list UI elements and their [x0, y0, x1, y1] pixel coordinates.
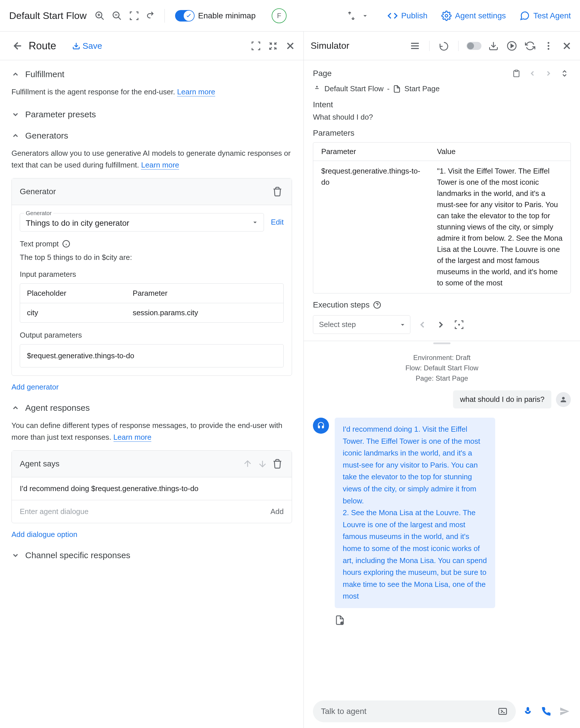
- route-title: Route: [29, 40, 56, 52]
- svg-point-7: [445, 14, 448, 17]
- step-prev-icon[interactable]: [416, 318, 429, 331]
- generators-desc: Generators allow you to use generative A…: [11, 148, 292, 171]
- sim-intent-value: What should I do?: [313, 113, 571, 122]
- delete-icon[interactable]: [271, 185, 284, 198]
- user-avatar[interactable]: F: [272, 8, 286, 23]
- agent-avatar-icon: [313, 418, 329, 434]
- collapse-all-icon[interactable]: [558, 67, 571, 80]
- divider: [458, 41, 459, 51]
- fulfillment-section-header[interactable]: Fulfillment: [11, 70, 292, 79]
- test-agent-button[interactable]: Test Agent: [520, 10, 571, 21]
- user-avatar-icon: [556, 392, 571, 407]
- flow-title: Default Start Flow: [9, 10, 86, 21]
- sim-params-table: Parameter Value $request.generative.thin…: [313, 142, 571, 293]
- agent-settings-label: Agent settings: [455, 11, 506, 20]
- delete-icon[interactable]: [271, 458, 284, 470]
- more-icon[interactable]: [542, 40, 555, 52]
- undo-icon[interactable]: [438, 40, 450, 52]
- move-up-icon[interactable]: [241, 458, 254, 470]
- col-parameter: Parameter: [313, 142, 429, 161]
- zoom-in-icon[interactable]: [93, 9, 106, 22]
- expand-icon[interactable]: [250, 40, 262, 52]
- add-generator-link[interactable]: Add generator: [11, 383, 292, 392]
- col-value: Value: [429, 142, 571, 161]
- agent-responses-learn-more[interactable]: Learn more: [113, 433, 151, 442]
- param-presets-header[interactable]: Parameter presets: [11, 110, 292, 119]
- chevron-down-icon: [251, 218, 259, 226]
- close-simulator-icon[interactable]: [560, 40, 573, 52]
- sim-toggle[interactable]: [467, 42, 481, 50]
- step-select[interactable]: Select step: [313, 315, 410, 334]
- play-icon[interactable]: [505, 40, 518, 52]
- edit-generator-link[interactable]: Edit: [271, 218, 284, 227]
- minimap-toggle[interactable]: [175, 10, 195, 22]
- svg-point-18: [548, 48, 549, 50]
- channel-specific-header[interactable]: Channel specific responses: [11, 550, 292, 560]
- chevron-down-icon: [11, 110, 20, 119]
- refresh-icon[interactable]: [524, 40, 536, 52]
- input-params-label: Input parameters: [20, 270, 284, 279]
- save-button[interactable]: Save: [72, 41, 102, 51]
- generator-select[interactable]: Generator Things to do in city generator: [20, 213, 264, 232]
- svg-point-21: [459, 324, 460, 325]
- agent-dialogue-input[interactable]: Enter agent dialogue Add: [12, 500, 292, 523]
- agent-settings-button[interactable]: Agent settings: [441, 10, 506, 21]
- info-icon[interactable]: [62, 240, 70, 248]
- step-next-icon[interactable]: [435, 318, 447, 331]
- col-parameter: Parameter: [126, 284, 283, 303]
- sim-params-label: Parameters: [313, 129, 571, 138]
- save-sim-icon[interactable]: [487, 40, 500, 52]
- breadcrumb-page[interactable]: Start Page: [404, 84, 440, 93]
- move-down-icon[interactable]: [256, 458, 269, 470]
- generators-header[interactable]: Generators: [11, 131, 292, 140]
- agent-says-value[interactable]: I'd recommend doing $request.generative.…: [12, 477, 292, 500]
- test-agent-label: Test Agent: [533, 11, 571, 20]
- breadcrumb-flow[interactable]: Default Start Flow: [324, 84, 384, 93]
- rotate-icon[interactable]: [145, 9, 158, 22]
- add-dialogue-inline[interactable]: Add: [271, 507, 284, 516]
- svg-point-16: [548, 42, 549, 44]
- chevron-up-icon: [11, 404, 20, 412]
- chat-input[interactable]: Talk to agent: [313, 700, 516, 722]
- output-params-label: Output parameters: [20, 331, 284, 340]
- publish-button[interactable]: Publish: [387, 10, 427, 21]
- generators-learn-more[interactable]: Learn more: [141, 161, 179, 170]
- focus-icon[interactable]: [453, 318, 465, 331]
- collapse-icon[interactable]: [267, 40, 279, 52]
- fulfillment-learn-more[interactable]: Learn more: [177, 87, 215, 96]
- sync-dropdown-icon[interactable]: [359, 9, 371, 22]
- back-icon[interactable]: [11, 40, 24, 52]
- publish-label: Publish: [401, 11, 427, 20]
- add-dialogue-option-link[interactable]: Add dialogue option: [11, 530, 292, 539]
- next-icon[interactable]: [542, 67, 555, 80]
- table-row: city session.params.city: [20, 303, 283, 322]
- agent-responses-header[interactable]: Agent responses: [11, 403, 292, 413]
- dialogue-placeholder: Enter agent dialogue: [20, 507, 88, 516]
- fulfillment-title: Fulfillment: [25, 70, 64, 79]
- send-icon[interactable]: [558, 705, 571, 718]
- agent-says-title: Agent says: [20, 459, 60, 468]
- mic-icon[interactable]: [522, 705, 534, 718]
- generators-title: Generators: [25, 131, 68, 140]
- fit-view-icon[interactable]: [128, 9, 140, 22]
- sim-page-label: Page: [313, 69, 332, 78]
- svg-line-5: [118, 17, 121, 20]
- help-icon[interactable]: [373, 301, 381, 309]
- chat-meta: Environment: Draft Flow: Default Start F…: [313, 353, 571, 384]
- resize-handle[interactable]: [304, 341, 580, 346]
- sync-icon[interactable]: [345, 9, 358, 22]
- sim-intent-label: Intent: [313, 100, 571, 109]
- submit-icon[interactable]: [497, 706, 508, 717]
- phone-icon[interactable]: [540, 705, 552, 718]
- prev-icon[interactable]: [526, 67, 539, 80]
- close-icon[interactable]: [284, 40, 297, 52]
- clipboard-icon[interactable]: [510, 67, 523, 80]
- generator-select-label: Generator: [24, 210, 53, 216]
- zoom-out-icon[interactable]: [111, 9, 123, 22]
- channel-specific-title: Channel specific responses: [25, 550, 130, 560]
- svg-marker-15: [511, 44, 514, 48]
- menu-icon[interactable]: [409, 40, 421, 52]
- output-params-value[interactable]: $request.generative.things-to-do: [20, 344, 284, 367]
- input-params-table: Placeholder Parameter city session.param…: [20, 283, 284, 323]
- file-info-icon[interactable]: i: [335, 615, 571, 625]
